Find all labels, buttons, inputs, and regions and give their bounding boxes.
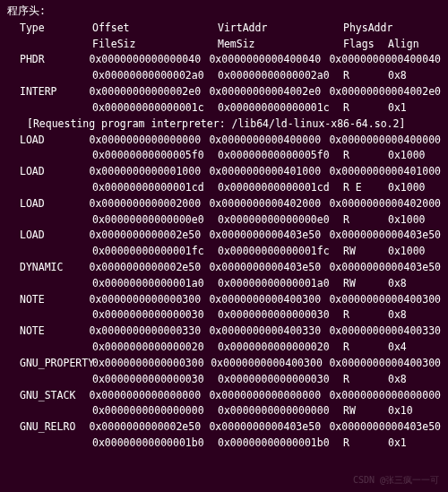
program-headers-table: PHDR0x00000000000000400x0000000000400040…: [7, 52, 441, 451]
cell-filesz: 0x00000000000001fc: [92, 244, 218, 260]
cell-phys: 0x0000000000403e50: [329, 228, 441, 244]
cell-flags: R: [343, 212, 388, 229]
table-row: 0x00000000000005f00x00000000000005f0R0x1…: [7, 148, 441, 164]
table-row: 0x00000000000000e00x00000000000000e0R0x1…: [7, 212, 441, 229]
header-row-2: FileSiz MemSiz Flags Align: [7, 37, 441, 53]
cell-memsz: 0x00000000000001fc: [218, 244, 343, 260]
header-row-1: Type Offset VirtAddr PhysAddr: [7, 21, 441, 37]
cell-phys: 0x0000000000400300: [329, 356, 441, 372]
table-row: LOAD0x00000000000010000x0000000000401000…: [7, 164, 441, 180]
cell-align: 0x8: [388, 372, 407, 388]
cell-virt: 0x0000000000402000: [209, 196, 329, 212]
cell-offset: 0x0000000000000330: [90, 324, 210, 340]
cell-memsz: 0x00000000000001a0: [218, 276, 343, 292]
cell-memsz: 0x00000000000001cd: [218, 180, 343, 196]
cell-phys: 0x0000000000400330: [329, 324, 441, 340]
cell-align: 0x1: [388, 100, 407, 117]
cell-virt: 0x0000000000403e50: [209, 228, 329, 244]
cell-flags: R: [343, 340, 388, 356]
cell-phys: 0x0000000000403e50: [329, 419, 441, 436]
cell-align: 0x10: [388, 403, 413, 419]
col-filesz: FileSiz: [92, 37, 218, 53]
cell-phys: 0x0000000000400300: [329, 292, 441, 308]
watermark: CSDN @张三疯一一可: [353, 473, 439, 488]
table-row: 0x000000000000001c0x000000000000001cR0x1: [7, 100, 441, 117]
cell-offset: 0x0000000000002e50: [90, 260, 210, 276]
cell-virt: 0x0000000000403e50: [209, 419, 329, 436]
col-memsz: MemSiz: [218, 37, 343, 53]
cell-phys: 0x0000000000400000: [329, 133, 441, 149]
cell-virt: 0x0000000000403e50: [209, 260, 329, 276]
cell-memsz: 0x00000000000001b0: [218, 436, 343, 452]
cell-phys: 0x0000000000401000: [329, 164, 441, 180]
cell-type: NOTE: [7, 292, 90, 308]
cell-filesz: 0x00000000000000e0: [92, 212, 218, 229]
cell-align: 0x1: [388, 436, 407, 452]
cell-type: LOAD: [7, 133, 90, 149]
cell-flags: RW: [343, 403, 388, 419]
table-row: 0x00000000000002a00x00000000000002a0R0x8: [7, 68, 441, 84]
cell-flags: R: [343, 148, 388, 164]
col-virt: VirtAddr: [218, 21, 343, 37]
cell-phys: 0x0000000000403e50: [329, 260, 441, 276]
cell-align: 0x8: [388, 276, 407, 292]
table-row: GNU_RELRO0x0000000000002e500x00000000004…: [7, 419, 441, 436]
cell-virt: 0x0000000000400330: [209, 324, 329, 340]
cell-offset: 0x0000000000002e50: [90, 419, 210, 436]
cell-offset: 0x0000000000002e50: [90, 228, 210, 244]
cell-filesz: 0x0000000000000030: [92, 307, 218, 324]
section-title: 程序头:: [7, 4, 441, 20]
cell-filesz: 0x000000000000001c: [92, 100, 218, 117]
cell-align: 0x8: [388, 68, 407, 84]
table-row: 0x00000000000001fc0x00000000000001fcRW0x…: [7, 244, 441, 260]
cell-memsz: 0x0000000000000020: [218, 340, 343, 356]
cell-offset: 0x0000000000002000: [90, 196, 210, 212]
cell-align: 0x8: [388, 307, 407, 324]
cell-align: 0x1000: [388, 148, 426, 164]
table-row: 0x00000000000000200x0000000000000020R0x4: [7, 340, 441, 356]
cell-offset: 0x0000000000000300: [92, 356, 211, 372]
table-row: PHDR0x00000000000000400x0000000000400040…: [7, 52, 441, 68]
cell-offset: 0x0000000000000000: [90, 388, 210, 404]
cell-memsz: 0x00000000000000e0: [218, 212, 343, 229]
table-row: 0x00000000000000300x0000000000000030R0x8: [7, 307, 441, 324]
cell-type: DYNAMIC: [7, 260, 90, 276]
cell-align: 0x1000: [388, 212, 426, 229]
cell-phys: 0x0000000000400040: [329, 52, 441, 68]
cell-type: LOAD: [7, 164, 90, 180]
cell-memsz: 0x00000000000005f0: [218, 148, 343, 164]
cell-virt: 0x0000000000401000: [209, 164, 329, 180]
col-align: Align: [388, 37, 419, 53]
cell-virt: 0x00000000004002e0: [209, 84, 329, 100]
table-row: 0x00000000000000000x0000000000000000RW0x…: [7, 403, 441, 419]
cell-flags: R: [343, 372, 388, 388]
cell-filesz: 0x0000000000000020: [92, 340, 218, 356]
cell-memsz: 0x00000000000002a0: [218, 68, 343, 84]
cell-type: LOAD: [7, 196, 90, 212]
cell-type: NOTE: [7, 324, 90, 340]
cell-offset: 0x00000000000002e0: [90, 84, 210, 100]
table-row: 0x00000000000000300x0000000000000030R0x8: [7, 372, 441, 388]
cell-flags: R: [343, 307, 388, 324]
cell-type: PHDR: [7, 52, 90, 68]
cell-filesz: 0x00000000000001cd: [92, 180, 218, 196]
cell-filesz: 0x00000000000002a0: [92, 68, 218, 84]
cell-filesz: 0x0000000000000000: [92, 403, 218, 419]
cell-virt: 0x0000000000400040: [209, 52, 329, 68]
table-row: 0x00000000000001b00x00000000000001b0R0x1: [7, 436, 441, 452]
cell-type: GNU_PROPERTY: [7, 356, 92, 372]
cell-type: LOAD: [7, 228, 90, 244]
cell-filesz: 0x0000000000000030: [92, 372, 218, 388]
cell-filesz: 0x00000000000005f0: [92, 148, 218, 164]
table-row: INTERP0x00000000000002e00x00000000004002…: [7, 84, 441, 100]
cell-offset: 0x0000000000000000: [90, 133, 210, 149]
table-row: LOAD0x00000000000020000x0000000000402000…: [7, 196, 441, 212]
cell-virt: 0x0000000000000000: [209, 388, 329, 404]
cell-flags: R: [343, 68, 388, 84]
cell-align: 0x1000: [388, 244, 426, 260]
cell-phys: 0x0000000000000000: [329, 388, 441, 404]
cell-type: GNU_STACK: [7, 388, 90, 404]
cell-flags: R: [343, 436, 388, 452]
cell-flags: R E: [343, 180, 388, 196]
col-offset: Offset: [92, 21, 218, 37]
